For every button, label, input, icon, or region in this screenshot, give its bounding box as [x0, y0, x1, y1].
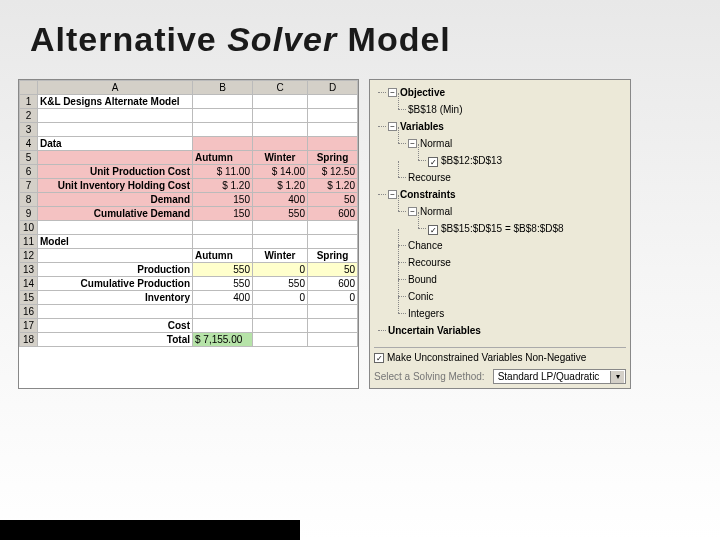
- cell[interactable]: [308, 221, 358, 235]
- cell[interactable]: 550: [193, 277, 253, 291]
- checkbox-icon[interactable]: ✓: [374, 353, 384, 363]
- cell[interactable]: Spring: [308, 151, 358, 165]
- row-header[interactable]: 8: [20, 193, 38, 207]
- cell[interactable]: [253, 319, 308, 333]
- cell[interactable]: $ 1.20: [253, 179, 308, 193]
- cell[interactable]: 600: [308, 277, 358, 291]
- collapse-icon[interactable]: −: [388, 190, 397, 199]
- cell[interactable]: Cumulative Demand: [38, 207, 193, 221]
- cell[interactable]: 50: [308, 193, 358, 207]
- spreadsheet-grid[interactable]: A B C D 1K&L Designs Alternate Model 2 3…: [19, 80, 358, 347]
- tree-constraints-normal[interactable]: −Normal ✓$B$15:$D$15 = $B$8:$D$8: [394, 203, 626, 237]
- cell[interactable]: 150: [193, 207, 253, 221]
- cell[interactable]: [308, 109, 358, 123]
- cell[interactable]: [253, 123, 308, 137]
- cell[interactable]: Production: [38, 263, 193, 277]
- cell[interactable]: [193, 109, 253, 123]
- cell[interactable]: [253, 333, 308, 347]
- cell[interactable]: Cumulative Production: [38, 277, 193, 291]
- cell[interactable]: 0: [253, 291, 308, 305]
- cell[interactable]: 400: [253, 193, 308, 207]
- cell[interactable]: [38, 305, 193, 319]
- cell[interactable]: 550: [253, 207, 308, 221]
- cell[interactable]: 0: [308, 291, 358, 305]
- row-header[interactable]: 17: [20, 319, 38, 333]
- cell[interactable]: [253, 109, 308, 123]
- col-header-b[interactable]: B: [193, 81, 253, 95]
- checkbox-icon[interactable]: ✓: [428, 157, 438, 167]
- tree-variables-normal[interactable]: −Normal ✓$B$12:$D$13: [394, 135, 626, 169]
- cell[interactable]: [308, 95, 358, 109]
- cell[interactable]: $ 12.50: [308, 165, 358, 179]
- tree-variables[interactable]: −Variables −Normal ✓$B$12:$D$13 Recourse: [374, 118, 626, 186]
- cell[interactable]: Winter: [253, 151, 308, 165]
- method-select[interactable]: Standard LP/Quadratic ▾: [493, 369, 626, 384]
- nonneg-checkbox-row[interactable]: ✓ Make Unconstrained Variables Non-Negat…: [374, 352, 626, 363]
- row-header[interactable]: 9: [20, 207, 38, 221]
- cell[interactable]: [308, 137, 358, 151]
- tree-constraints-bound[interactable]: Bound: [394, 271, 626, 288]
- row-header[interactable]: 18: [20, 333, 38, 347]
- cell[interactable]: Data: [38, 137, 193, 151]
- cell[interactable]: Autumn: [193, 151, 253, 165]
- cell[interactable]: [253, 235, 308, 249]
- cell[interactable]: Cost: [38, 319, 193, 333]
- cell[interactable]: Demand: [38, 193, 193, 207]
- col-header-a[interactable]: A: [38, 81, 193, 95]
- cell[interactable]: $ 11.00: [193, 165, 253, 179]
- row-header[interactable]: 3: [20, 123, 38, 137]
- cell[interactable]: [308, 305, 358, 319]
- cell[interactable]: [193, 305, 253, 319]
- cell[interactable]: [253, 305, 308, 319]
- row-header[interactable]: 14: [20, 277, 38, 291]
- tree-con-range[interactable]: ✓$B$15:$D$15 = $B$8:$D$8: [414, 220, 626, 237]
- row-header[interactable]: 4: [20, 137, 38, 151]
- cell[interactable]: [308, 235, 358, 249]
- cell[interactable]: [193, 137, 253, 151]
- corner-cell[interactable]: [20, 81, 38, 95]
- collapse-icon[interactable]: −: [388, 88, 397, 97]
- cell[interactable]: [253, 137, 308, 151]
- cell-total[interactable]: $ 7,155.00: [193, 333, 253, 347]
- collapse-icon[interactable]: −: [408, 139, 417, 148]
- cell[interactable]: Unit Inventory Holding Cost: [38, 179, 193, 193]
- row-header[interactable]: 13: [20, 263, 38, 277]
- cell[interactable]: Total: [38, 333, 193, 347]
- row-header[interactable]: 1: [20, 95, 38, 109]
- collapse-icon[interactable]: −: [388, 122, 397, 131]
- tree-constraints-integers[interactable]: Integers: [394, 305, 626, 322]
- cell[interactable]: 550: [193, 263, 253, 277]
- cell[interactable]: [253, 221, 308, 235]
- tree-var-range[interactable]: ✓$B$12:$D$13: [414, 152, 626, 169]
- tree-constraints[interactable]: −Constraints −Normal ✓$B$15:$D$15 = $B$8…: [374, 186, 626, 322]
- cell[interactable]: [308, 319, 358, 333]
- row-header[interactable]: 7: [20, 179, 38, 193]
- row-header[interactable]: 11: [20, 235, 38, 249]
- cell[interactable]: $ 14.00: [253, 165, 308, 179]
- cell[interactable]: K&L Designs Alternate Model: [38, 95, 193, 109]
- cell[interactable]: [38, 151, 193, 165]
- collapse-icon[interactable]: −: [408, 207, 417, 216]
- cell[interactable]: 150: [193, 193, 253, 207]
- cell[interactable]: [193, 95, 253, 109]
- chevron-down-icon[interactable]: ▾: [610, 371, 624, 383]
- cell[interactable]: [253, 95, 308, 109]
- tree-objective[interactable]: −Objective $B$18 (Min): [374, 84, 626, 118]
- row-header[interactable]: 6: [20, 165, 38, 179]
- col-header-c[interactable]: C: [253, 81, 308, 95]
- cell[interactable]: 550: [253, 277, 308, 291]
- cell[interactable]: 400: [193, 291, 253, 305]
- tree-constraints-chance[interactable]: Chance: [394, 237, 626, 254]
- cell[interactable]: [193, 123, 253, 137]
- row-header[interactable]: 10: [20, 221, 38, 235]
- tree-constraints-recourse[interactable]: Recourse: [394, 254, 626, 271]
- cell[interactable]: [38, 249, 193, 263]
- cell[interactable]: 600: [308, 207, 358, 221]
- cell[interactable]: Spring: [308, 249, 358, 263]
- checkbox-icon[interactable]: ✓: [428, 225, 438, 235]
- row-header[interactable]: 5: [20, 151, 38, 165]
- cell[interactable]: [193, 221, 253, 235]
- row-header[interactable]: 12: [20, 249, 38, 263]
- row-header[interactable]: 2: [20, 109, 38, 123]
- cell[interactable]: Model: [38, 235, 193, 249]
